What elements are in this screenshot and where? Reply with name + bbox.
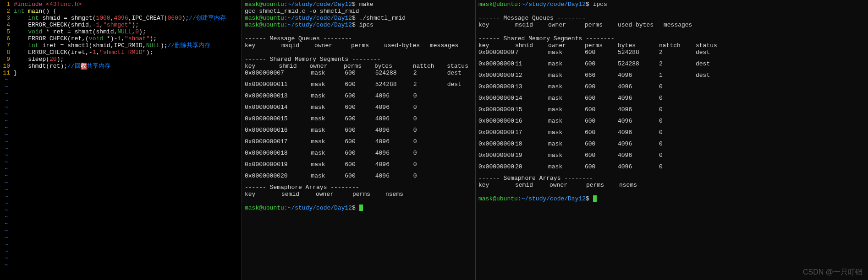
terminal-pane-middle[interactable]: mask@ubuntu:~/study/code/Day12$ makegcc …: [242, 0, 476, 280]
vim-tilde: ~: [0, 104, 242, 111]
code-token: );: [146, 49, 154, 56]
code-token: //删除共享内存: [168, 42, 211, 49]
code-line[interactable]: 9 sleep(20);: [0, 56, 242, 63]
shm-row: 0x0000000014mask60040960: [478, 95, 865, 102]
terminal-line: keysemidownerpermsnsems: [478, 182, 865, 188]
code-token: ERROR_CHECK(shmid,-: [14, 22, 96, 28]
terminal-line: [478, 136, 865, 140]
prompt-line[interactable]: mask@ubuntu:~/study/code/Day12$: [245, 205, 472, 211]
code-token: );: [139, 28, 146, 35]
code-token: int: [28, 15, 38, 22]
code-token: NULL: [146, 42, 160, 49]
shm-row: 0x0000000013mask60040960: [245, 92, 472, 99]
line-number: 7: [0, 42, 14, 49]
code-token: ,: [99, 22, 103, 28]
vim-tilde: ~: [0, 111, 242, 118]
shm-row: 0x0000000020mask60040960: [478, 163, 865, 170]
terminal-line: mask@ubuntu:~/study/code/Day12$ ./shmctl…: [245, 15, 472, 22]
code-token: ,: [121, 35, 125, 42]
terminal-line: [245, 122, 472, 127]
code-token: iret = shmctl(shmid,IPC_RMID,: [39, 42, 146, 49]
code-token: void: [89, 35, 103, 42]
code-line[interactable]: 5 void * ret = shmat(shmid,NULL,0);: [0, 28, 242, 35]
code-token: 收: [81, 63, 87, 70]
cursor[interactable]: [359, 205, 363, 211]
code-token: 1000: [96, 15, 110, 22]
vim-tilde: ~: [0, 159, 242, 166]
prompt-path: ~/study/code/Day12: [522, 1, 586, 8]
prompt-line[interactable]: mask@ubuntu:~/study/code/Day12$: [478, 195, 865, 202]
code-token: [14, 42, 28, 49]
terminal-line: keyshmidownerpermsbytesnattchstatus: [478, 42, 865, 49]
shm-row: 0x0000000018mask60040960: [478, 140, 865, 147]
cursor[interactable]: [593, 195, 597, 202]
code-token: 0600: [168, 15, 182, 22]
vim-tilde: ~: [0, 234, 242, 241]
shm-row: 0x0000000011mask6005242882dest: [478, 60, 865, 67]
terminal-line: mask@ubuntu:~/study/code/Day12$ make: [245, 1, 472, 8]
code-line[interactable]: 3 int shmid = shmget(1000,4096,IPC_CREAT…: [0, 15, 242, 22]
code-line[interactable]: 2int main() {: [0, 8, 242, 15]
line-number: 9: [0, 56, 14, 63]
vim-tilde: ~: [0, 193, 242, 200]
code-line[interactable]: 8 ERROR_CHECK(iret,-1,"shmctl RMID");: [0, 49, 242, 56]
command: ipcs: [593, 1, 607, 8]
code-token: shmdt(ret);: [14, 63, 67, 70]
code-token: );: [150, 35, 157, 42]
editor-pane[interactable]: 1#include <43func.h>2int main() {3 int s…: [0, 0, 242, 280]
vim-tilde: ~: [0, 76, 242, 83]
code-line[interactable]: 1#include <43func.h>: [0, 1, 242, 8]
command: ./shmctl_rmid: [359, 15, 406, 22]
shm-row: 0x0000000016mask60040960: [478, 118, 865, 124]
shm-row: 0x0000000015mask60040960: [478, 106, 865, 113]
shm-row: 0x0000000019mask60040960: [478, 152, 865, 159]
terminal-line: [478, 170, 865, 175]
terminal-line: [478, 159, 865, 163]
code-token: 1: [96, 22, 99, 28]
vim-tilde: ~: [0, 248, 242, 255]
terminal-line: [245, 76, 472, 81]
shm-row: 0x0000000020mask60040960: [245, 172, 472, 179]
terminal-line: [478, 8, 865, 15]
terminal-line: [245, 88, 472, 92]
line-number: 8: [0, 49, 14, 56]
code-line[interactable]: 7 int iret = shmctl(shmid,IPC_RMID,NULL)…: [0, 42, 242, 49]
code-token: "shmctl RMID": [99, 49, 146, 56]
code-token: 1: [117, 35, 121, 42]
shm-row: 0x0000000018mask60040960: [245, 150, 472, 156]
vim-tilde: ~: [0, 179, 242, 186]
code-token: void: [28, 28, 42, 35]
terminal-line: mask@ubuntu:~/study/code/Day12$ ipcs: [245, 22, 472, 28]
code-token: );: [160, 42, 168, 49]
terminal-line: ------ Shared Memory Segments --------: [245, 56, 472, 63]
code-token: );: [132, 22, 139, 28]
terminal-line: [478, 56, 865, 60]
vim-tilde: ~: [0, 118, 242, 124]
terminal-line: [478, 113, 865, 118]
code-line[interactable]: 4 ERROR_CHECK(shmid,-1,"shmget");: [0, 22, 242, 28]
code-line[interactable]: 11}: [0, 70, 242, 76]
terminal-line: [245, 156, 472, 161]
line-number: 5: [0, 28, 14, 35]
shm-row: 0x0000000017mask60040960: [245, 138, 472, 145]
terminal-line: [245, 134, 472, 138]
prompt-user: mask@ubuntu:: [478, 1, 522, 8]
code-token: sleep(: [14, 56, 49, 63]
terminal-line: [478, 102, 865, 106]
shm-row: 0x0000000019mask60040960: [245, 161, 472, 168]
command: ipcs: [359, 22, 374, 28]
vim-tilde: ~: [0, 172, 242, 179]
line-number: 11: [0, 70, 14, 76]
terminal-line: mask@ubuntu:~/study/code/Day12$ ipcs: [478, 1, 865, 8]
code-token: * ret = shmat(shmid,: [42, 28, 117, 35]
terminal-line: [478, 67, 865, 72]
terminal-pane-right[interactable]: mask@ubuntu:~/study/code/Day12$ ipcs ---…: [476, 0, 868, 280]
prompt-path: ~/study/code/Day12: [288, 205, 352, 211]
terminal-line: gcc shmctl_rmid.c -o shmctl_rmid: [245, 8, 472, 15]
code-token: [14, 28, 28, 35]
terminal-line: [245, 168, 472, 172]
vim-tilde: ~: [0, 207, 242, 214]
code-line[interactable]: 10 shmdt(ret);//回收共享内存: [0, 63, 242, 70]
code-token: "shmget": [103, 22, 132, 28]
code-line[interactable]: 6 ERROR_CHECK(ret,(void *)-1,"shmat");: [0, 35, 242, 42]
